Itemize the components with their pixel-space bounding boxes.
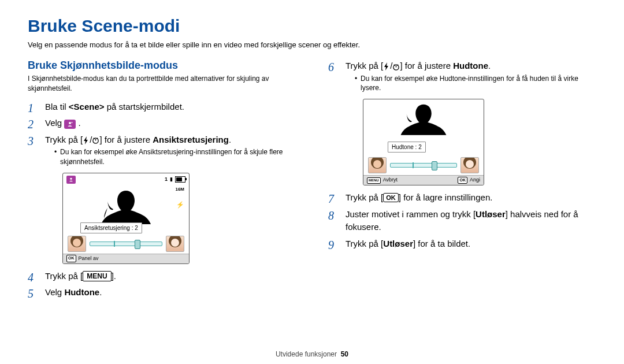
ok-key-icon: OK [458,177,467,184]
flash-icon [83,136,90,144]
step-5: Velg Hudtone. [28,286,296,299]
step-4: Trykk på [MENU]. [28,270,296,283]
slider-track [90,242,162,246]
left-column: Bruke Skjønnhetsbilde-modus I Skjønnhets… [28,60,296,303]
megapixel-badge: 16M [175,186,184,193]
svg-point-1 [72,122,73,123]
preview-thumb-light [460,157,479,173]
sd-icon: ▮ [170,176,173,184]
menu-key-icon: MENU [367,177,381,184]
page-footer: Utvidede funksjoner 50 [0,350,624,358]
section-heading: Bruke Skjønnhetsbilde-modus [28,60,296,72]
section-sub: I Skjønnhetsbilde-modus kan du ta portre… [28,74,296,94]
step-3: Trykk på [/] for å justere Ansiktsretusj… [28,133,296,264]
camera-screen-2: Hudtone : 2 MENU [363,99,596,185]
svg-point-3 [70,177,72,179]
step-9: Trykk på [Utløser] for å ta bildet. [328,237,596,251]
ok-key: OK [383,193,399,202]
timer-icon [92,136,99,144]
set-label: Angi [470,176,480,184]
cancel-label: Avbryt [383,176,398,184]
panel-off-label: Panel av [79,255,99,263]
setting-chip: Ansiktsretusjering : 2 [80,222,142,233]
right-column: Trykk på [/] for å justere Hudtone. Du k… [328,60,596,303]
page-intro: Velg en passende modus for å ta et bilde… [28,40,596,49]
step-8: Juster motivet i rammen og trykk [Utløse… [328,208,596,234]
battery-icon [175,176,185,183]
timer-icon [392,63,400,70]
menu-key: MENU [83,271,111,281]
preview-thumb-dark [68,236,86,252]
camera-screen-1: 1 ▮ 16M ⚡ [62,173,296,264]
beauty-mode-icon [64,120,76,129]
setting-chip: Hudtone : 2 [388,142,426,153]
beauty-mode-icon [66,176,76,184]
step-6-note: Du kan for eksempel øke Hudtone-innstill… [355,74,596,94]
svg-point-0 [69,122,71,124]
step-2: Velg . [28,117,296,130]
flash-icon [383,62,390,70]
page-title: Bruke Scene-modi [28,16,596,36]
step-6: Trykk på [/] for å justere Hudtone. Du k… [328,60,596,185]
ok-key-icon: OK [66,255,76,262]
step-3-note: Du kan for eksempel øke Ansiktsretusjeri… [54,147,296,167]
preview-thumb-light [166,236,184,252]
slider-track [390,163,457,168]
step-1: Bla til <Scene> på startskjermbildet. [28,101,296,114]
step-7: Trykk på [OK] for å lagre innstillingen. [328,191,596,205]
flash-auto-icon: ⚡ [176,200,184,210]
preview-thumb-dark [368,157,387,173]
